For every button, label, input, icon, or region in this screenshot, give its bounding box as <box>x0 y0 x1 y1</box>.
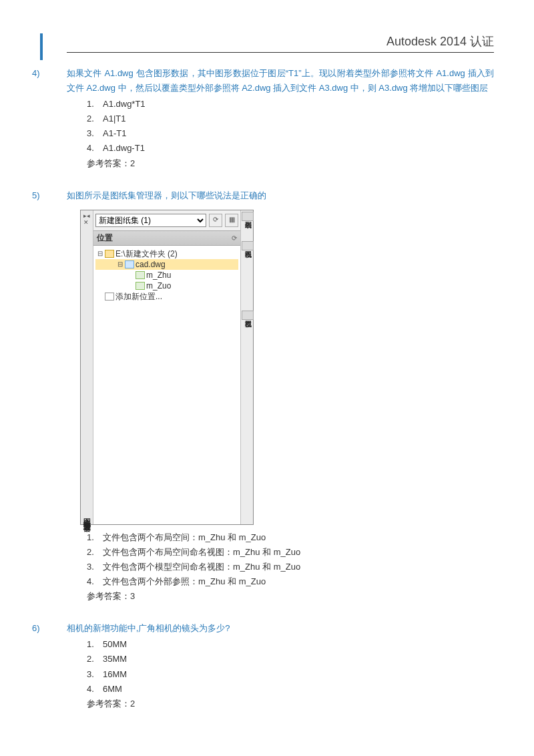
panel-right-tabs: 图纸列表 图纸视图 模型视图 <box>240 210 253 524</box>
q4-opt-4: 4.A1.dwg-T1 <box>87 141 494 156</box>
tree-view-1[interactable]: m_Zhu <box>95 270 238 280</box>
q6-opt-1: 1.50MM <box>87 637 494 652</box>
q4-opt-1: 1.A1.dwg*T1 <box>87 97 494 112</box>
q6-opt-3: 3.16MM <box>87 667 494 682</box>
q6-opt-4: 4.6MM <box>87 682 494 697</box>
q4-opt-2: 2.A1|T1 <box>87 112 494 126</box>
q4-answer: 参考答案：2 <box>87 156 494 171</box>
location-header: 位置⟳ <box>93 230 241 246</box>
folder-icon <box>105 250 114 258</box>
refresh-small-icon[interactable]: ⟳ <box>232 234 237 242</box>
tree-root[interactable]: ⊟E:\新建文件夹 (2) <box>95 248 238 259</box>
q6-opt-2: 2.35MM <box>87 652 494 667</box>
add-icon <box>105 293 114 301</box>
tab-sheet-view[interactable]: 图纸视图 <box>242 241 254 250</box>
q5-opt-2: 2.文件包含两个布局空间命名视图：m_Zhu 和 m_Zuo <box>87 545 494 560</box>
question-6: 6) 相机的新增功能中,广角相机的镜头为多少? 1.50MM 2.35MM 3.… <box>40 621 494 711</box>
tree-add-location[interactable]: 添加新位置... <box>95 291 238 302</box>
q5-opt-3: 3.文件包含两个模型空间命名视图：m_Zhu 和 m_Zuo <box>87 560 494 574</box>
dwg-file-icon <box>125 260 134 268</box>
tab-model-view[interactable]: 模型视图 <box>242 311 254 320</box>
q5-opt-1: 1.文件包含两个布局空间：m_Zhu 和 m_Zuo <box>87 530 494 545</box>
view-icon <box>136 271 145 279</box>
q4-opt-3: 3.A1-T1 <box>87 126 494 141</box>
q5-text: 如图所示是图纸集管理器，则以下哪些说法是正确的 <box>67 190 266 200</box>
q4-num: 4) <box>49 66 64 81</box>
panel-toolbar: 新建图纸集 (1) ⟳ ▦ <box>93 210 241 230</box>
q5-opt-4: 4.文件包含两个外部参照：m_Zhu 和 m_Zuo <box>87 574 494 589</box>
q5-num: 5) <box>49 188 64 203</box>
tree-file[interactable]: ⊟cad.dwg <box>95 259 238 270</box>
q6-answer: 参考答案：2 <box>87 697 494 711</box>
page-header: Autodesk 2014 认证 <box>67 33 494 53</box>
question-5: 5) 如图所示是图纸集管理器，则以下哪些说法是正确的 ▸◂✕ 图纸集管理器 图纸… <box>40 188 494 604</box>
q4-text: 如果文件 A1.dwg 包含图形数据，其中图形数据位于图层“T1”上。现以附着类… <box>67 68 494 93</box>
panel-left-rail: ▸◂✕ 图纸集管理器 <box>81 210 93 524</box>
q6-text: 相机的新增功能中,广角相机的镜头为多少? <box>67 623 230 633</box>
question-4: 4) 如果文件 A1.dwg 包含图形数据，其中图形数据位于图层“T1”上。现以… <box>40 66 494 171</box>
q5-answer: 参考答案：3 <box>87 589 494 604</box>
tree-view-2[interactable]: m_Zuo <box>95 280 238 291</box>
side-accent <box>40 33 43 60</box>
tree-view: ⊟E:\新建文件夹 (2) ⊟cad.dwg m_Zhu m_Zuo 添加新位置 <box>93 246 241 524</box>
settings-icon[interactable]: ▦ <box>225 214 238 227</box>
sheet-set-manager-panel: ▸◂✕ 图纸集管理器 图纸列表 图纸视图 模型视图 新建图纸集 (1) ⟳ ▦ <box>80 210 254 525</box>
tab-sheet-list[interactable]: 图纸列表 <box>242 212 254 221</box>
panel-title-vertical: 图纸集管理器 <box>82 512 92 520</box>
view-icon <box>136 282 145 290</box>
collapse-arrows-icon[interactable]: ▸◂✕ <box>83 213 90 226</box>
refresh-icon[interactable]: ⟳ <box>209 214 222 227</box>
q6-num: 6) <box>49 621 64 636</box>
sheetset-dropdown[interactable]: 新建图纸集 (1) <box>95 214 206 227</box>
